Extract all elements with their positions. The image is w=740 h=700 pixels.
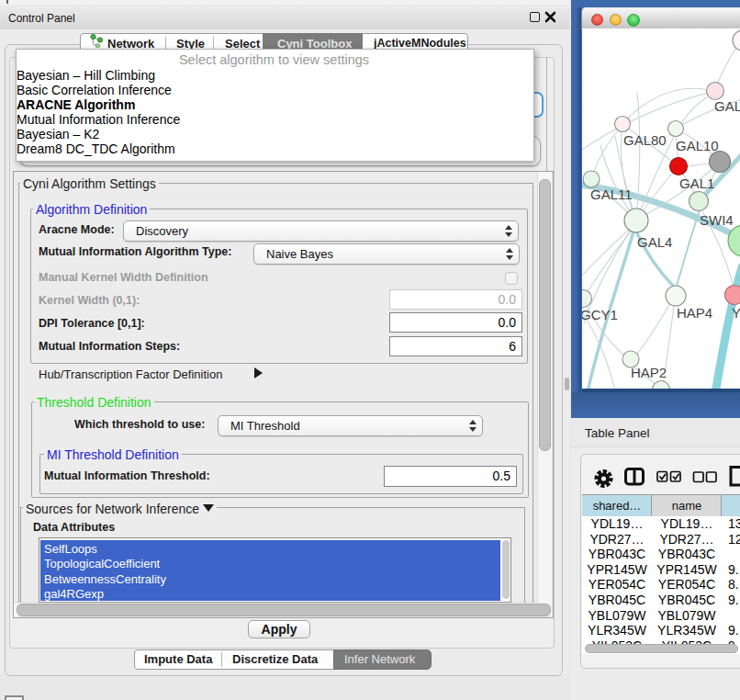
svg-text:GAL10: GAL10 [676, 138, 719, 153]
svg-text:HAP4: HAP4 [677, 305, 712, 321]
svg-text:GAL1: GAL1 [679, 175, 714, 191]
svg-text:GAL11: GAL11 [590, 186, 633, 202]
svg-text:GAL80: GAL80 [623, 132, 667, 148]
svg-text:GCY1: GCY1 [582, 307, 618, 322]
svg-text:Y: Y [732, 305, 740, 321]
svg-text:GAL7: GAL7 [714, 98, 740, 114]
svg-text:SWI4: SWI4 [700, 212, 734, 228]
svg-text:GAL4: GAL4 [637, 234, 672, 250]
svg-text:HAP2: HAP2 [631, 365, 667, 380]
